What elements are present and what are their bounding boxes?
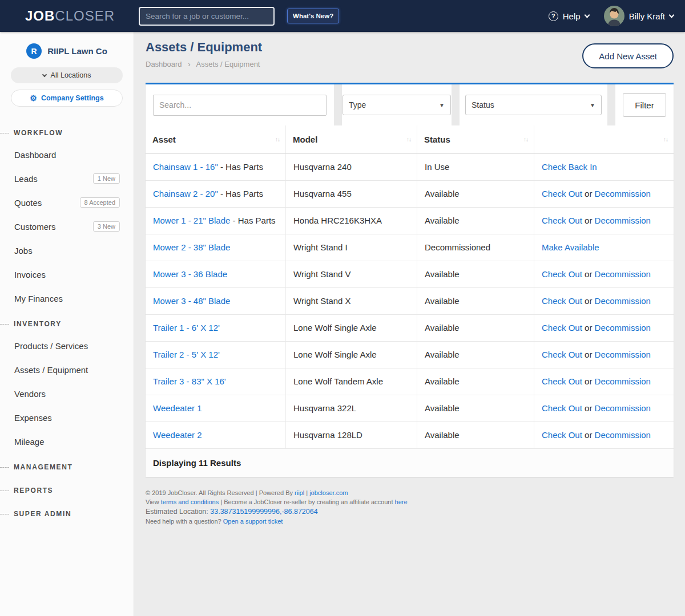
status-select[interactable]: Status ▼	[465, 95, 602, 115]
asset-link[interactable]: Weedeater 2	[153, 430, 202, 440]
company-settings-button[interactable]: ⚙ Company Settings	[11, 90, 123, 107]
sidebar-item-dashboard[interactable]: Dashboard	[0, 143, 134, 167]
action-link[interactable]: Check Out	[542, 376, 582, 386]
asset-link[interactable]: Mower 2 - 38" Blade	[153, 242, 230, 252]
sidebar-item-my-finances[interactable]: My Finances	[0, 286, 134, 310]
locations-label: All Locations	[51, 71, 91, 79]
riipl-link[interactable]: riipl	[295, 489, 304, 496]
sidebar-item-leads[interactable]: Leads1 New	[0, 167, 134, 191]
action-link[interactable]: Decommission	[595, 296, 651, 306]
affiliate-here-link[interactable]: here	[395, 499, 408, 505]
jobcloser-link[interactable]: jobcloser.com	[309, 489, 348, 496]
asset-cell: Trailer 1 - 6' X 12'	[146, 315, 285, 341]
footer-text: Need help with a question?	[146, 518, 223, 525]
action-link[interactable]: Check Out	[542, 189, 582, 198]
sidebar-item-label: Vendors	[14, 389, 46, 399]
table-row: Weedeater 2Husqvarna 128LDAvailableCheck…	[146, 422, 674, 449]
model-cell: Husqvarna 322L	[285, 395, 417, 422]
action-link[interactable]: Check Back In	[542, 162, 597, 172]
action-link[interactable]: Decommission	[595, 376, 651, 386]
asset-link[interactable]: Trailer 3 - 83" X 16'	[153, 376, 226, 386]
action-link[interactable]: Check Out	[542, 296, 582, 306]
asset-link[interactable]: Weedeater 1	[153, 403, 202, 413]
action-link[interactable]: Check Out	[542, 269, 582, 279]
locations-dropdown[interactable]: All Locations	[11, 67, 123, 83]
type-select-value: Type	[349, 100, 366, 110]
sidebar-item-badge: 3 New	[93, 221, 120, 232]
action-link[interactable]: Check Out	[542, 323, 582, 333]
sidebar-item-invoices[interactable]: Invoices	[0, 262, 134, 286]
action-cell: Check Out or Decommission	[534, 208, 674, 234]
help-menu[interactable]: ? Help	[549, 11, 589, 21]
sidebar-item-vendors[interactable]: Vendors	[0, 382, 134, 406]
footer-text: View	[146, 499, 161, 505]
estimated-location-link[interactable]: 33.387315199999996,-86.872064	[210, 508, 317, 516]
add-new-asset-button[interactable]: Add New Asset	[582, 43, 674, 68]
whats-new-button[interactable]: What's New?	[287, 9, 339, 23]
table-row: Weedeater 1Husqvarna 322LAvailableCheck …	[146, 395, 674, 422]
sidebar-item-assets-equipment[interactable]: Assets / Equipment	[0, 358, 134, 382]
asset-link[interactable]: Trailer 1 - 6' X 12'	[153, 323, 220, 333]
company-avatar: R	[26, 43, 42, 59]
asset-link[interactable]: Mower 3 - 48" Blade	[153, 296, 230, 306]
column-header-status[interactable]: Status ↑↓	[417, 125, 534, 153]
page-footer: © 2019 JobCloser. All Rights Reserved | …	[146, 489, 674, 525]
action-link[interactable]: Decommission	[595, 216, 651, 225]
action-link[interactable]: Check Out	[542, 350, 582, 359]
filter-button[interactable]: Filter	[623, 93, 666, 117]
breadcrumb-dashboard-link[interactable]: Dashboard	[146, 60, 182, 68]
asset-link[interactable]: Chainsaw 2 - 20"	[153, 189, 218, 198]
footer-text: | Become a JobCloser re-seller by creati…	[219, 499, 394, 505]
asset-link[interactable]: Trailer 2 - 5' X 12'	[153, 350, 220, 359]
support-ticket-link[interactable]: Open a support ticket	[223, 518, 283, 525]
sidebar-item-label: My Finances	[14, 294, 63, 303]
sort-icon[interactable]: ↑↓	[406, 136, 411, 143]
column-header-actions[interactable]: ↑↓	[534, 125, 674, 153]
action-link[interactable]: Decommission	[595, 403, 651, 413]
page-header: Assets / Equipment Dashboard › Assets / …	[146, 32, 674, 75]
asset-link[interactable]: Mower 3 - 36 Blade	[153, 269, 227, 279]
column-header-asset[interactable]: Asset ↑↓	[146, 125, 285, 153]
sidebar-item-customers[interactable]: Customers3 New	[0, 214, 134, 238]
action-link[interactable]: Decommission	[595, 350, 651, 359]
action-link[interactable]: Check Out	[542, 430, 582, 440]
sort-icon[interactable]: ↑↓	[663, 136, 668, 143]
logo-secondary: CLOSER	[55, 8, 115, 23]
sidebar-item-quotes[interactable]: Quotes8 Accepted	[0, 191, 134, 214]
action-link[interactable]: Decommission	[595, 430, 651, 440]
action-cell: Check Back In	[534, 154, 674, 180]
action-link[interactable]: Check Out	[542, 216, 582, 225]
action-link[interactable]: Decommission	[595, 189, 651, 198]
sort-icon[interactable]: ↑↓	[523, 136, 528, 143]
sidebar-nav: WORKFLOWDashboardLeads1 NewQuotes8 Accep…	[0, 119, 134, 524]
sort-icon[interactable]: ↑↓	[275, 136, 280, 143]
global-search-input[interactable]	[139, 7, 275, 26]
sidebar: R RIIPL Lawn Co All Locations ⚙ Company …	[0, 32, 134, 616]
status-cell: In Use	[417, 154, 534, 180]
table-search-input[interactable]	[153, 95, 327, 116]
asset-link[interactable]: Mower 1 - 21" Blade	[153, 216, 230, 225]
action-link[interactable]: Make Available	[542, 242, 599, 252]
action-link[interactable]: Check Out	[542, 403, 582, 413]
action-link[interactable]: Decommission	[595, 269, 651, 279]
action-link[interactable]: Decommission	[595, 323, 651, 333]
footer-terms-line: View terms and conditions | Become a Job…	[146, 499, 674, 505]
sidebar-item-expenses[interactable]: Expenses	[0, 406, 134, 429]
app-logo[interactable]: JOBCLOSER	[25, 8, 115, 24]
model-cell: Husqvarna 455	[285, 181, 417, 207]
column-label: Status	[424, 135, 450, 144]
model-cell: Husqvarna 128LD	[285, 422, 417, 448]
type-select[interactable]: Type ▼	[342, 95, 451, 115]
column-header-model[interactable]: Model ↑↓	[285, 125, 417, 153]
company-header[interactable]: R RIIPL Lawn Co	[0, 32, 134, 59]
user-menu[interactable]: Billy Kraft	[604, 6, 674, 26]
action-separator: or	[582, 296, 595, 306]
terms-and-conditions-link[interactable]: terms and conditions	[161, 499, 219, 505]
results-count: Displaying 11 Results	[146, 449, 674, 477]
sidebar-item-mileage[interactable]: Mileage	[0, 429, 134, 453]
sidebar-item-jobs[interactable]: Jobs	[0, 238, 134, 262]
sidebar-item-label: Dashboard	[14, 150, 56, 160]
asset-link[interactable]: Chainsaw 1 - 16"	[153, 162, 218, 172]
sidebar-item-products-services[interactable]: Products / Services	[0, 334, 134, 358]
breadcrumb-current: Assets / Equipment	[196, 60, 260, 68]
